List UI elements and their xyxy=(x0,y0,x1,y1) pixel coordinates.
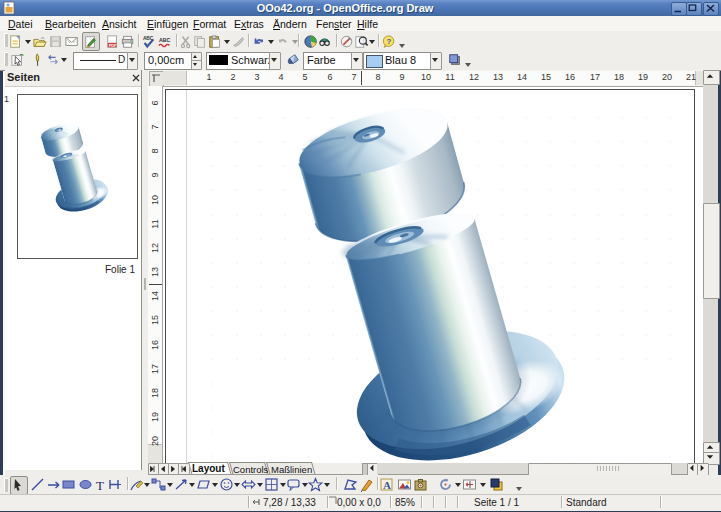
svg-text:?: ? xyxy=(386,37,391,46)
svg-text:PDF: PDF xyxy=(109,43,117,48)
svg-text:ABC: ABC xyxy=(159,37,171,43)
svg-text:T: T xyxy=(96,478,104,493)
svg-text:A: A xyxy=(383,479,391,491)
